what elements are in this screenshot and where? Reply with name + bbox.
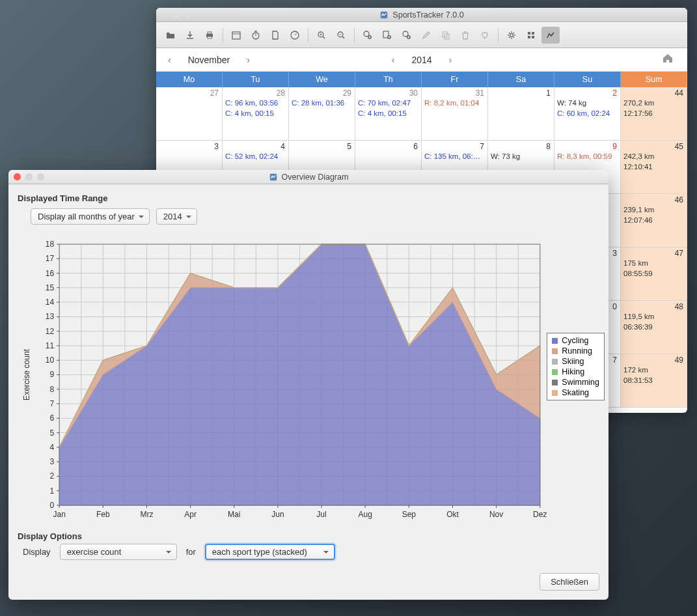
calendar-icon[interactable]	[227, 27, 245, 44]
calendar-cell[interactable]: 1	[488, 87, 554, 141]
svg-text:11: 11	[46, 341, 55, 350]
heart-icon[interactable]	[476, 27, 494, 44]
chart-svg: 0123456789101112131415161718JanFebMrzApr…	[15, 232, 602, 530]
svg-text:15: 15	[46, 283, 55, 292]
svg-text:Apr: Apr	[184, 510, 197, 519]
svg-text:Mrz: Mrz	[140, 510, 153, 519]
display-options-label: Display Options	[8, 531, 608, 541]
close-icon[interactable]	[161, 11, 169, 18]
summary-cell: 46239,1 km12:07:46	[621, 194, 687, 247]
close-icon[interactable]	[14, 173, 21, 180]
weight-icon[interactable]	[286, 27, 304, 44]
legend-item: Swimming	[552, 377, 599, 387]
svg-text:Feb: Feb	[96, 510, 110, 519]
day-header: We	[289, 72, 355, 87]
legend-item: Cycling	[552, 335, 599, 346]
svg-text:3: 3	[49, 457, 54, 466]
svg-text:Jul: Jul	[316, 510, 326, 519]
svg-rect-2	[208, 32, 212, 34]
minimize-icon[interactable]	[173, 11, 180, 18]
svg-point-18	[364, 31, 369, 36]
svg-text:14: 14	[46, 298, 55, 307]
svg-text:4: 4	[49, 443, 54, 452]
svg-text:13: 13	[46, 312, 55, 321]
delete-icon[interactable]	[456, 27, 474, 44]
prev-year-button[interactable]: ‹	[387, 55, 400, 65]
svg-text:Nov: Nov	[489, 510, 503, 519]
prev-month-button[interactable]: ‹	[163, 55, 176, 65]
year-combo[interactable]: 2014	[156, 208, 197, 225]
zoom-in-icon[interactable]	[312, 27, 331, 44]
summary-cell: 47175 km08:55:59	[621, 247, 687, 301]
svg-rect-4	[232, 32, 240, 39]
chart-icon[interactable]	[541, 27, 560, 44]
svg-text:6: 6	[49, 413, 54, 423]
next-year-button[interactable]: ›	[444, 55, 458, 65]
svg-text:7: 7	[49, 399, 54, 408]
summary-cell: 49172 km08:31:53	[621, 354, 687, 408]
svg-point-32	[510, 33, 513, 36]
calendar-cell[interactable]: 28C: 96 km, 03:56C: 4 km, 00:15	[223, 87, 289, 141]
calendar-cell[interactable]: 27	[156, 87, 223, 141]
svg-text:Aug: Aug	[358, 510, 372, 519]
add-weight-icon[interactable]	[398, 27, 416, 44]
print-icon[interactable]	[200, 27, 219, 44]
time-range-combo[interactable]: Display all months of year	[31, 208, 150, 225]
home-icon[interactable]	[661, 51, 674, 68]
app-icon	[269, 173, 278, 182]
svg-rect-37	[269, 173, 277, 180]
calendar-cell[interactable]: 2W: 74 kgC: 60 km, 02:24	[554, 87, 621, 141]
toolbar	[156, 22, 687, 48]
for-word-label: for	[186, 547, 196, 557]
legend-item: Hiking	[552, 367, 599, 377]
month-label: November	[188, 55, 230, 65]
add-note-icon[interactable]	[378, 27, 396, 44]
zoom-out-icon[interactable]	[332, 27, 350, 44]
close-button[interactable]: Schließen	[540, 573, 599, 591]
metric-combo[interactable]: exercise count	[60, 544, 177, 560]
svg-line-16	[342, 36, 344, 38]
save-icon[interactable]	[181, 27, 199, 44]
svg-line-10	[295, 33, 297, 35]
main-titlebar: SportsTracker 7.0.0	[156, 8, 687, 22]
svg-rect-35	[528, 36, 530, 38]
summary-cell: 45242,3 km12:10:41	[621, 141, 687, 194]
svg-text:Okt: Okt	[446, 510, 459, 519]
svg-text:0: 0	[49, 501, 54, 510]
document-icon[interactable]	[266, 27, 284, 44]
svg-text:9: 9	[49, 370, 54, 379]
grouping-combo[interactable]: each sport type (stacked)	[205, 544, 335, 560]
svg-text:Sep: Sep	[402, 510, 417, 519]
open-icon[interactable]	[161, 27, 180, 44]
dialog-titlebar: Overview Diagram	[8, 170, 608, 184]
day-header: Su	[554, 72, 621, 87]
svg-text:Dez: Dez	[533, 510, 547, 519]
gear-icon[interactable]	[502, 27, 521, 44]
day-header: Fr	[422, 72, 488, 87]
svg-rect-33	[528, 32, 530, 35]
svg-text:5: 5	[49, 428, 54, 438]
calendar-cell[interactable]: 29C: 28 km, 01:36	[289, 87, 355, 141]
display-word-label: Display	[23, 547, 51, 557]
svg-rect-3	[208, 36, 212, 38]
copy-icon[interactable]	[437, 27, 455, 44]
legend-item: Running	[552, 346, 599, 356]
statistics-icon[interactable]	[522, 27, 540, 44]
calendar-cell[interactable]: 30C: 70 km, 02:47C: 4 km, 00:15	[355, 87, 422, 141]
summary-cell: 44270,2 km12:17:56	[621, 87, 687, 141]
day-header: Sum	[621, 72, 687, 87]
day-header: Th	[355, 72, 422, 87]
chart-area: 0123456789101112131415161718JanFebMrzApr…	[15, 232, 602, 530]
svg-rect-0	[381, 11, 388, 18]
maximize-icon[interactable]	[185, 11, 192, 18]
svg-text:18: 18	[46, 240, 55, 249]
stopwatch-icon[interactable]	[247, 27, 265, 44]
next-month-button[interactable]: ›	[241, 55, 255, 65]
svg-text:2: 2	[49, 471, 54, 481]
svg-rect-34	[532, 32, 534, 35]
add-exercise-icon[interactable]	[359, 27, 377, 44]
edit-icon[interactable]	[417, 27, 435, 44]
calendar-cell[interactable]: 31R: 8,2 km, 01:04	[422, 87, 488, 141]
svg-point-26	[403, 31, 408, 36]
dialog-title: Overview Diagram	[282, 173, 349, 182]
